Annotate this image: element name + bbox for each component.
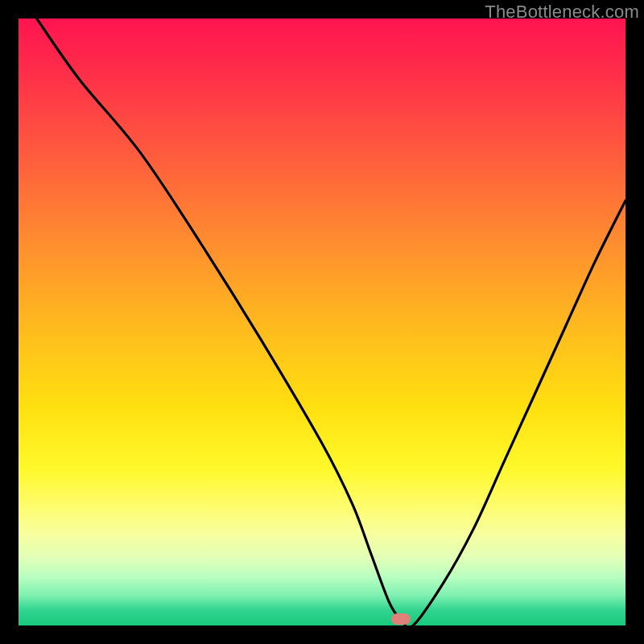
chart-frame: TheBottleneck.com [0,0,644,644]
plot-area [19,19,625,625]
watermark-text: TheBottleneck.com [485,2,639,23]
bottleneck-curve [19,19,625,625]
optimal-point-marker [391,613,411,625]
